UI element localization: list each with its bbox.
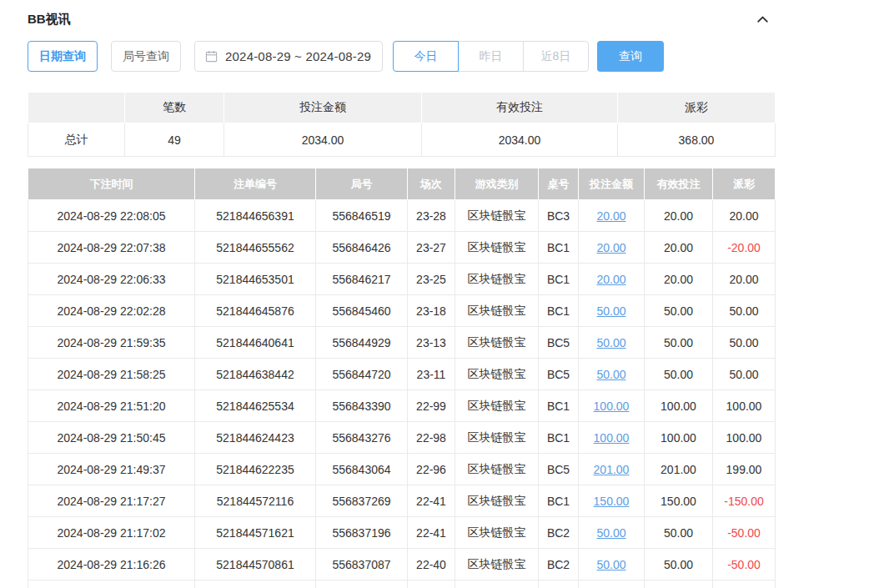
bet-time-cell: 2024-08-29 21:16:26	[28, 549, 195, 580]
bet-time-cell: 2024-08-29 22:08:05	[28, 200, 195, 232]
payout-cell: 20.00	[713, 200, 776, 232]
order-id-cell: 521844570861	[195, 549, 316, 580]
round-id-cell: 556843390	[316, 390, 408, 422]
payout-cell: 199.00	[713, 454, 776, 485]
bet-amount-link[interactable]: 50.00	[596, 526, 625, 540]
order-id-cell: 521844653501	[195, 264, 316, 295]
bet-amount-cell: 201.00	[579, 454, 645, 485]
bet-table-head: 下注时间注单编号局号场次游戏类别桌号投注金额有效投注派彩	[28, 168, 776, 200]
round-id-cell: 556843064	[316, 454, 408, 485]
bet-time-cell: 2024-08-29 21:58:25	[28, 359, 195, 390]
table-row: 2024-08-29 22:08:05521844656391556846519…	[28, 200, 776, 232]
table-row: 2024-08-29 21:58:25521844638442556844720…	[28, 359, 776, 390]
summary-total-valid-bet: 2034.00	[422, 123, 618, 157]
quick-yesterday-button[interactable]: 昨日	[458, 41, 524, 72]
bet-amount-link[interactable]: 20.00	[596, 241, 625, 254]
order-id-cell: 521844622235	[195, 454, 316, 485]
order-id-cell: 521844655562	[195, 232, 316, 264]
bet-amount-link[interactable]: 20.00	[596, 209, 625, 223]
bet-amount-link[interactable]: 50.00	[596, 304, 625, 318]
round-id-cell: 556837269	[316, 485, 408, 517]
table-no-cell: BC5	[539, 359, 579, 390]
date-range-value: 2024-08-29 ~ 2024-08-29	[225, 49, 371, 63]
game-type-cell: 区块链骰宝	[455, 327, 539, 359]
bet-amount-cell: 20.00	[579, 200, 645, 232]
bet-amount-link[interactable]: 201.00	[594, 463, 630, 476]
valid-bet-cell: 201.00	[645, 454, 713, 485]
bet-time-cell: 2024-08-29 21:51:20	[28, 390, 195, 422]
table-no-cell: BC1	[539, 295, 579, 327]
session-cell: 22-40	[408, 549, 455, 580]
search-button[interactable]: 查询	[597, 41, 664, 72]
valid-bet-cell	[645, 580, 713, 588]
table-row: 2024-08-29 21:49:37521844622235556843064…	[28, 454, 776, 485]
date-range-picker[interactable]: 2024-08-29 ~ 2024-08-29	[194, 41, 383, 72]
summary-total-bet-amount: 2034.00	[224, 123, 422, 157]
round-id-cell: 556844720	[316, 359, 408, 390]
bet-amount-link[interactable]: 50.00	[596, 336, 625, 349]
order-id-cell: 521844571621	[195, 517, 316, 549]
bet-amount-link[interactable]: 50.00	[596, 368, 625, 381]
summary-total-row: 总计 49 2034.00 2034.00 368.00	[28, 123, 776, 157]
order-id-cell: 521844625534	[195, 390, 316, 422]
bet-amount-cell: 100.00	[579, 390, 645, 422]
table-row: 2024-08-29 21:16:26521844570861556837087…	[28, 549, 776, 580]
valid-bet-cell: 20.00	[645, 264, 713, 295]
session-cell: 23-28	[408, 200, 455, 232]
game-type-cell: 区块链骰宝	[455, 517, 539, 549]
round-query-tab[interactable]: 局号查询	[111, 41, 181, 72]
payout-cell: 100.00	[713, 390, 776, 422]
game-type-cell: 区块链骰宝	[455, 232, 539, 264]
bet-amount-link[interactable]: 100.00	[594, 431, 630, 445]
bet-amount-link[interactable]: 100.00	[594, 400, 630, 413]
summary-header-bet-amount: 投注金额	[224, 93, 422, 123]
session-cell: 23-27	[408, 232, 455, 264]
round-id-cell: 556846519	[316, 200, 408, 232]
summary-header-count: 笔数	[125, 93, 224, 123]
game-type-cell: 区块链骰宝	[455, 390, 539, 422]
quick-last8days-button[interactable]: 近8日	[523, 41, 589, 72]
session-cell: 23-13	[408, 327, 455, 359]
bet-table-column-header: 注单编号	[195, 168, 316, 200]
table-no-cell: BC3	[539, 200, 579, 232]
round-id-cell: 556843276	[316, 422, 408, 454]
date-query-tab[interactable]: 日期查询	[28, 41, 98, 72]
session-cell	[408, 580, 455, 588]
bet-table-column-header: 场次	[408, 168, 455, 200]
bet-amount-link[interactable]: 150.00	[594, 495, 630, 508]
bet-amount-cell: 100.00	[579, 422, 645, 454]
valid-bet-cell: 50.00	[645, 517, 713, 549]
bet-amount-cell	[579, 580, 645, 588]
quick-today-button[interactable]: 今日	[393, 41, 459, 72]
collapse-chevron-icon[interactable]	[756, 13, 770, 27]
bet-table-column-header: 局号	[316, 168, 408, 200]
summary-header-row: 笔数 投注金额 有效投注 派彩	[28, 93, 776, 123]
round-id-cell: 556846217	[316, 264, 408, 295]
order-id-cell: 521844645876	[195, 295, 316, 327]
bet-amount-link[interactable]: 20.00	[596, 273, 625, 286]
bet-time-cell: 2024-08-29 22:02:28	[28, 295, 195, 327]
bet-amount-link[interactable]: 50.00	[596, 558, 625, 571]
table-no-cell: BC2	[539, 517, 579, 549]
session-cell: 23-18	[408, 295, 455, 327]
payout-cell: -20.00	[713, 232, 776, 264]
valid-bet-cell: 100.00	[645, 390, 713, 422]
panel-title: BB视讯	[28, 12, 71, 28]
summary-header-empty	[28, 93, 125, 123]
table-row: 2024-08-29 21:50:45521844624423556843276…	[28, 422, 776, 454]
round-id-cell	[316, 580, 408, 588]
summary-total-label: 总计	[28, 123, 125, 157]
filter-toolbar: 日期查询 局号查询 2024-08-29 ~ 2024-08-29 今日 昨日 …	[28, 41, 841, 72]
valid-bet-cell: 50.00	[645, 295, 713, 327]
summary-table: 笔数 投注金额 有效投注 派彩 总计 49 2034.00 2034.00 36…	[28, 92, 776, 157]
session-cell: 22-98	[408, 422, 455, 454]
game-type-cell: 区块链骰宝	[455, 422, 539, 454]
payout-cell: -150.00	[713, 485, 776, 517]
order-id-cell: 521844572116	[195, 485, 316, 517]
bet-time-cell: 2024-08-29 22:06:33	[28, 264, 195, 295]
session-cell: 23-11	[408, 359, 455, 390]
table-no-cell: BC5	[539, 454, 579, 485]
round-id-cell: 556846426	[316, 232, 408, 264]
table-no-cell: BC1	[539, 422, 579, 454]
calendar-icon	[205, 50, 218, 63]
